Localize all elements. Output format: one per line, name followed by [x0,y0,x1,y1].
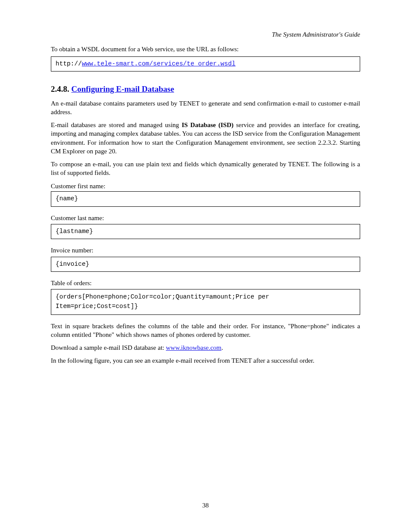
field1-intro: Customer first name: [51,182,360,190]
orders-explain: Text in square brackets defines the colu… [51,322,360,339]
p2-bold: IS Database (ISD) [182,121,234,128]
para-intro-2: E-mail databases are stored and managed … [51,121,360,156]
intro-text: To obtain a WSDL document for a Web serv… [51,45,360,53]
section-number: 2.4.8. [51,84,69,93]
figure-caption: In the following figure, you can see an … [51,356,360,365]
page-number: 38 [0,501,411,510]
download-pre: Download a sample e-mail ISD database at… [51,344,166,351]
download-link[interactable]: www.iknowbase.com [166,344,221,351]
field4-intro: Table of orders: [51,279,360,287]
page-header-right: The System Administrator's Guide [51,30,360,39]
field3-intro: Invoice number: [51,246,360,255]
wsdl-url-prefix: http:// [56,60,82,67]
field1-value: {name} [56,195,78,202]
field3-value: {invoice} [56,261,89,268]
section-heading: 2.4.8. Configuring E-mail Database [51,84,360,95]
field3-box: {invoice} [51,257,360,272]
para-fields-intro: To compose an e-mail, you can use plain … [51,160,360,177]
para-intro-1: An e-mail database contains parameters u… [51,99,360,117]
wsdl-url-box: http://www.tele-smart.com/services/te_or… [51,56,360,72]
field1-box: {name} [51,191,360,207]
download-line: Download a sample e-mail ISD database at… [51,343,360,352]
section-title[interactable]: Configuring E-mail Database [72,84,174,93]
page-container: The System Administrator's Guide To obta… [0,0,411,532]
field2-value: {lastname} [56,228,93,235]
field4-box: {orders[Phone=phone;Color=color;Quantity… [51,289,360,314]
download-post: . [221,344,223,351]
p2-part1: E-mail databases are stored and managed … [51,121,182,128]
wsdl-url-link[interactable]: www.tele-smart.com/services/te_order.wsd… [82,60,236,67]
field2-intro: Customer last name: [51,214,360,222]
field2-box: {lastname} [51,224,360,240]
field4-value: {orders[Phone=phone;Color=color;Quantity… [56,293,269,310]
